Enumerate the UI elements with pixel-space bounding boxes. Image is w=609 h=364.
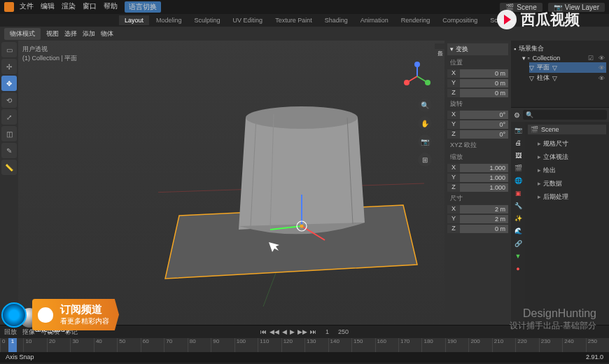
hdr-object[interactable]: 物体 xyxy=(101,29,113,38)
tab-animation[interactable]: Animation xyxy=(355,15,394,25)
world-tab-icon[interactable]: 🌐 xyxy=(512,175,524,186)
n-panel-tab[interactable]: 条目 xyxy=(435,43,444,49)
object-tab-icon[interactable]: ▣ xyxy=(512,188,524,199)
hdr-view[interactable]: 视图 xyxy=(46,29,59,38)
tab-uvediting[interactable]: UV Editing xyxy=(227,15,269,25)
menu-render[interactable]: 渲染 xyxy=(62,1,76,13)
particles-tab-icon[interactable]: ✨ xyxy=(512,213,524,224)
timeline-track[interactable]: 1 01020304050607080901001101201301401501… xyxy=(0,338,609,352)
menu-window[interactable]: 窗口 xyxy=(83,1,97,13)
tool-rotate[interactable]: ⟲ xyxy=(1,92,17,108)
tool-move[interactable]: ✥ xyxy=(1,76,17,91)
svg-point-19 xyxy=(425,80,430,85)
viewlayer-tab-icon[interactable]: 🖼 xyxy=(512,150,524,161)
menu-file[interactable]: 文件 xyxy=(20,1,34,13)
loc-y[interactable]: 0 m xyxy=(460,79,508,88)
nav-gizmo[interactable] xyxy=(402,62,432,91)
dim-z[interactable]: 0 m xyxy=(460,225,508,233)
tool-transform[interactable]: ◫ xyxy=(1,126,17,141)
tab-compositing[interactable]: Compositing xyxy=(437,15,483,25)
transform-title: ▾ 变换 xyxy=(447,43,508,55)
svg-point-18 xyxy=(404,80,410,85)
sca-z[interactable]: 1.000 xyxy=(460,183,508,192)
scene-objects xyxy=(158,83,424,307)
channel-avatar xyxy=(1,302,27,328)
play-icon[interactable]: ▶ xyxy=(290,328,295,335)
subscribe-overlay: 订阅频道 看更多精彩内容 xyxy=(1,299,119,330)
prop-dimensions[interactable]: 规格尺寸 xyxy=(528,137,606,150)
properties-tabs: 📷 🖨 🖼 🎬 🌐 ▣ 🔧 ✨ 🌊 🔗 ▼ ● xyxy=(511,122,525,325)
frame-current[interactable]: 1 xyxy=(326,328,329,335)
physics-tab-icon[interactable]: 🌊 xyxy=(512,225,524,237)
prop-stereo[interactable]: 立体视法 xyxy=(528,150,606,164)
modifier-tab-icon[interactable]: 🔧 xyxy=(512,200,524,211)
outliner-scene-collection[interactable]: ▪ 场景集合 xyxy=(514,43,606,54)
prev-key-icon[interactable]: ◀◀ xyxy=(270,328,279,335)
constraints-tab-icon[interactable]: 🔗 xyxy=(512,238,524,249)
tool-annotate[interactable]: ✎ xyxy=(1,143,17,158)
dim-y[interactable]: 2 m xyxy=(460,215,508,223)
platform-watermark: 西瓜视频 xyxy=(497,10,580,29)
outliner-plane[interactable]: ▽ 平面 ▽👁 xyxy=(529,62,606,73)
version-label: 2.91.0 xyxy=(586,354,603,360)
scale-label: 缩放 xyxy=(447,151,508,163)
rot-y[interactable]: 0° xyxy=(460,120,508,129)
play-rev-icon[interactable]: ◀ xyxy=(282,328,287,335)
frame-end[interactable]: 250 xyxy=(338,328,349,335)
menu-help[interactable]: 帮助 xyxy=(104,1,118,13)
dim-x[interactable]: 2 m xyxy=(460,205,508,214)
dimensions-label: 尺寸 xyxy=(447,192,508,204)
tab-sculpting[interactable]: Sculpting xyxy=(189,15,226,25)
filter-icon[interactable]: ⚙ xyxy=(514,111,520,119)
menu-edit[interactable]: 编辑 xyxy=(41,1,55,13)
jump-end-icon[interactable]: ⏭ xyxy=(310,328,316,335)
pan-icon[interactable]: ✋ xyxy=(418,116,432,130)
sca-y[interactable]: 1.000 xyxy=(460,174,508,182)
material-tab-icon[interactable]: ● xyxy=(512,263,524,274)
svg-point-12 xyxy=(300,225,304,228)
camera-icon[interactable]: 📷 xyxy=(418,134,432,148)
tab-texture[interactable]: Texture Paint xyxy=(270,15,318,25)
outliner-collection[interactable]: ▾ ▫ Collection☑ 👁 xyxy=(522,54,606,62)
prop-metadata[interactable]: 元数据 xyxy=(528,177,606,190)
zoom-icon[interactable]: 🔍 xyxy=(418,98,432,112)
3d-viewport[interactable]: 用户透视 (1) Collection | 平面 xyxy=(18,41,444,325)
loc-x[interactable]: 0 m xyxy=(460,69,508,78)
output-tab-icon[interactable]: 🖨 xyxy=(512,137,524,148)
prop-postprocess[interactable]: 后期处理 xyxy=(528,190,606,204)
tab-layout[interactable]: Layout xyxy=(119,15,149,25)
tool-select-box[interactable]: ▭ xyxy=(1,42,17,57)
rot-z[interactable]: 0° xyxy=(460,130,508,139)
scene-tab-icon[interactable]: 🎬 xyxy=(512,162,524,174)
hdr-select[interactable]: 选择 xyxy=(64,29,77,38)
sca-x[interactable]: 1.000 xyxy=(460,164,508,172)
rot-x[interactable]: 0° xyxy=(460,111,508,119)
menu-language[interactable]: 语言切换 xyxy=(125,1,161,13)
rotation-label: 旋转 xyxy=(447,98,508,110)
toolbar: ▭ ✢ ✥ ⟲ ⤢ ◫ ✎ 📏 xyxy=(0,41,18,325)
perspective-icon[interactable]: ⊞ xyxy=(418,153,432,167)
jump-start-icon[interactable]: ⏮ xyxy=(260,328,267,335)
xigua-icon xyxy=(497,10,517,29)
next-key-icon[interactable]: ▶▶ xyxy=(298,328,307,335)
prop-output[interactable]: 绘出 xyxy=(528,164,606,177)
tab-modeling[interactable]: Modeling xyxy=(150,15,188,25)
viewport-info: 用户透视 (1) Collection | 平面 xyxy=(22,45,77,62)
svg-point-17 xyxy=(414,62,420,67)
blender-logo xyxy=(4,2,14,12)
euler-label: XYZ 欧拉 xyxy=(447,139,508,151)
scene-header[interactable]: 🎬 Scene xyxy=(528,125,606,134)
mode-selector[interactable]: 物体模式 xyxy=(4,28,41,40)
tool-cursor[interactable]: ✢ xyxy=(1,59,17,74)
tool-measure[interactable]: 📏 xyxy=(1,160,17,175)
render-tab-icon[interactable]: 📷 xyxy=(512,125,524,136)
hdr-add[interactable]: 添加 xyxy=(83,29,95,38)
data-tab-icon[interactable]: ▼ xyxy=(512,251,524,262)
playhead[interactable]: 1 xyxy=(8,338,17,352)
tool-scale[interactable]: ⤢ xyxy=(1,109,17,125)
search-input[interactable] xyxy=(523,110,607,120)
outliner-cylinder[interactable]: ▽ 柱体 ▽👁 xyxy=(529,73,606,83)
tab-rendering[interactable]: Rendering xyxy=(396,15,436,25)
loc-z[interactable]: 0 m xyxy=(460,89,508,97)
tab-shading[interactable]: Shading xyxy=(319,15,354,25)
